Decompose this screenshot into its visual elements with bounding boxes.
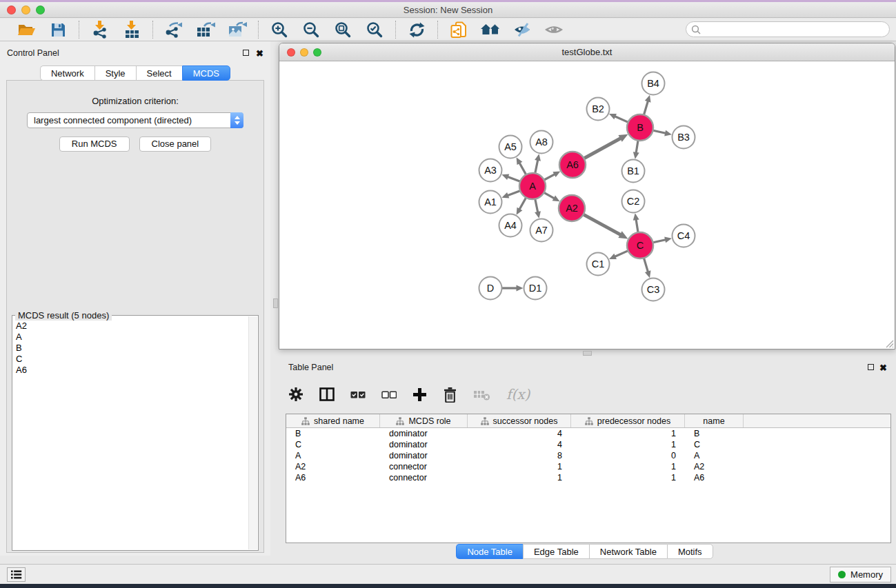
hide-selected-icon[interactable] (512, 21, 532, 39)
close-network-window-button[interactable] (287, 48, 295, 57)
refresh-icon[interactable] (406, 21, 427, 39)
column-header-shared-name[interactable]: shared name (286, 414, 380, 427)
table-panel-title: Table Panel (288, 363, 333, 372)
result-list-item[interactable]: A (13, 332, 248, 343)
column-header-predecessor-nodes[interactable]: predecessor nodes (571, 414, 685, 427)
table-row[interactable]: Cdominator41C (286, 439, 890, 450)
add-column-icon[interactable] (412, 385, 427, 403)
zoom-window-button[interactable] (36, 6, 45, 14)
close-panel-icon[interactable]: ✖ (256, 49, 263, 58)
show-all-icon[interactable] (544, 21, 564, 39)
graph-edge-C-C3[interactable] (644, 256, 648, 272)
table-row[interactable]: A6connector11A6 (286, 472, 890, 483)
tab-select[interactable]: Select (136, 65, 182, 81)
memory-button[interactable]: Memory (830, 567, 891, 582)
graph-edge-A-A7[interactable] (535, 198, 538, 213)
result-list-item[interactable]: C (13, 354, 248, 365)
main-titlebar: Session: New Session (0, 2, 896, 18)
network-overview-icon[interactable] (480, 21, 501, 39)
zoom-out-icon[interactable] (301, 21, 321, 39)
optimization-dropdown[interactable]: largest connected component (directed) (27, 112, 243, 128)
column-header-successor-nodes[interactable]: successor nodes (468, 414, 571, 427)
graph-edge-A-A4[interactable] (519, 196, 526, 210)
float-panel-icon[interactable] (243, 50, 249, 56)
tab-node-table[interactable]: Node Table (456, 544, 523, 559)
tab-style[interactable]: Style (94, 65, 136, 81)
network-window-titlebar[interactable]: testGlobe.txt (279, 43, 895, 61)
result-list-item[interactable]: B (13, 343, 248, 354)
graph-edge-A2-C[interactable] (582, 214, 621, 235)
result-scrollbar[interactable] (248, 316, 257, 549)
search-input[interactable] (701, 25, 889, 34)
minimize-network-window-button[interactable] (300, 48, 308, 57)
graph-edge-C-C4[interactable] (652, 240, 667, 243)
graph-edge-C-C2[interactable] (636, 219, 638, 234)
run-mcds-button[interactable]: Run MCDS (59, 136, 130, 152)
tab-motifs[interactable]: Motifs (667, 544, 713, 559)
desktop-background (0, 584, 896, 588)
graph-node-label: C1 (592, 258, 605, 270)
table-row[interactable]: A2connector11A2 (286, 461, 890, 472)
minimize-window-button[interactable] (21, 6, 30, 14)
close-window-button[interactable] (7, 6, 16, 14)
function-builder-icon[interactable]: f(x) (506, 385, 530, 403)
graph-edge-A6-B[interactable] (583, 138, 621, 159)
zoom-fit-icon[interactable] (332, 21, 353, 39)
deselect-all-rows-icon[interactable] (381, 385, 397, 403)
memory-label: Memory (850, 569, 883, 580)
search-field[interactable] (686, 21, 890, 37)
tab-edge-table[interactable]: Edge Table (523, 544, 589, 559)
task-history-button[interactable] (7, 567, 26, 582)
graph-node-label: D1 (529, 283, 542, 294)
column-header-mcds-role[interactable]: MCDS role (380, 414, 468, 427)
tab-network[interactable]: Network (40, 65, 94, 81)
network-window-title: testGlobe.txt (279, 43, 895, 61)
open-file-icon[interactable] (16, 21, 37, 39)
network-canvas[interactable]: B4B2BB3A8A5A6A3B1AC2A1A2A4A7C4CC1C3DD1 (279, 62, 895, 349)
import-table-icon[interactable] (121, 21, 142, 39)
resize-grip[interactable] (884, 338, 894, 348)
table-row[interactable]: Adominator80A (286, 450, 890, 461)
float-table-panel-icon[interactable] (868, 364, 874, 370)
table-cell: 1 (468, 462, 571, 472)
close-table-panel-icon[interactable]: ✖ (879, 363, 887, 372)
delete-column-icon[interactable] (443, 385, 457, 403)
desktop-horizontal-scrollbar[interactable] (583, 351, 592, 356)
export-network-icon[interactable] (163, 21, 184, 39)
graph-edge-arrow (535, 154, 541, 161)
column-visibility-icon[interactable] (319, 385, 335, 403)
table-cell: dominator (380, 440, 468, 449)
graph-edge-A-A8[interactable] (535, 159, 538, 174)
table-row[interactable]: Bdominator41B (286, 428, 890, 439)
graph-edge-B-B4[interactable] (644, 100, 648, 116)
graph-edge-A-A1[interactable] (507, 190, 521, 196)
graph-edge-arrow (633, 213, 639, 221)
graph-edge-C-C1[interactable] (614, 250, 629, 257)
tab-network-table[interactable]: Network Table (589, 544, 667, 559)
import-network-icon[interactable] (90, 21, 110, 39)
zoom-in-icon[interactable] (269, 21, 290, 39)
tab-mcds[interactable]: MCDS (182, 65, 230, 81)
column-header-name[interactable]: name (685, 414, 744, 427)
graph-edge-B-B3[interactable] (652, 130, 667, 134)
close-panel-button[interactable]: Close panel (139, 136, 212, 152)
save-session-icon[interactable] (48, 21, 68, 39)
delete-table-icon[interactable] (473, 385, 490, 403)
settings-gear-icon[interactable] (288, 385, 303, 403)
zoom-network-window-button[interactable] (313, 48, 321, 57)
export-image-icon[interactable] (227, 21, 248, 39)
duplicate-network-icon[interactable] (448, 21, 469, 39)
zoom-selected-icon[interactable] (364, 21, 385, 39)
graph-edge-A-A5[interactable] (519, 162, 526, 176)
table-cell: 1 (468, 473, 571, 483)
select-all-rows-icon[interactable] (350, 385, 366, 403)
result-list-item[interactable]: A2 (13, 321, 248, 332)
graph-edge-B-B2[interactable] (614, 116, 629, 123)
graph-edge-arrow (535, 211, 541, 219)
control-panel: Control Panel ✖ NetworkStyleSelectMCDS O… (0, 41, 270, 556)
desktop-vertical-scrollbar[interactable] (273, 298, 278, 308)
result-list-item[interactable]: A6 (13, 365, 248, 376)
graph-edge-A-A3[interactable] (507, 176, 521, 182)
export-table-icon[interactable] (195, 21, 216, 39)
table-cell: dominator (380, 429, 468, 438)
